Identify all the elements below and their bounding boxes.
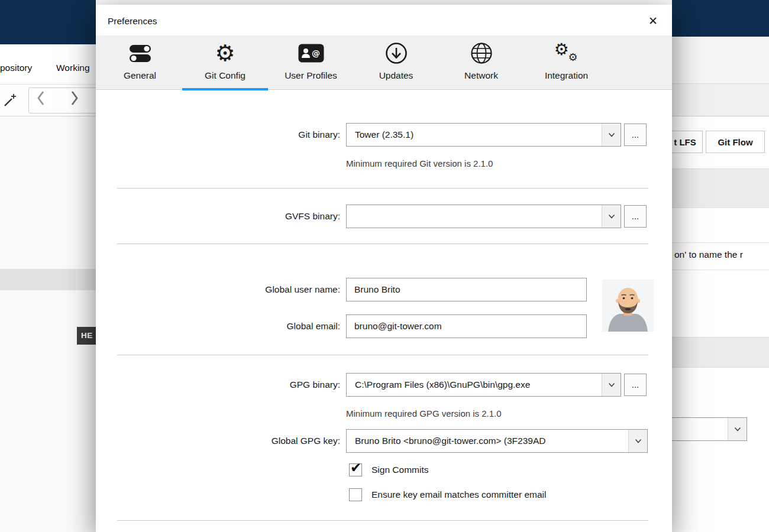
chevron-down-icon[interactable] <box>602 374 621 396</box>
svg-text:@: @ <box>312 48 320 58</box>
left-gray-row <box>0 269 96 290</box>
section-divider <box>117 520 648 521</box>
ensure-key-email-label: Ensure key email matches committer email <box>371 487 546 502</box>
global-gpg-key-combobox[interactable]: Bruno Brito <bruno@git-tower.com> (3F239… <box>346 429 648 453</box>
git-binary-label: Git binary: <box>151 123 340 147</box>
tab-label: General <box>97 70 183 82</box>
globe-icon <box>438 38 524 68</box>
right-strip-upper <box>672 37 769 84</box>
gear-icon: ⚙ <box>182 38 268 68</box>
tab-label: Network <box>438 70 524 82</box>
global-user-name-input[interactable] <box>346 278 587 301</box>
sign-commits-checkbox[interactable]: ✔ <box>349 463 362 476</box>
magic-wand-icon[interactable] <box>2 93 18 111</box>
gvfs-binary-combobox[interactable] <box>346 205 621 228</box>
global-email-input[interactable] <box>346 314 587 338</box>
tab-label: Git Config <box>182 70 268 82</box>
gears-icon: ⚙ ⚙ <box>524 38 609 68</box>
tab-general[interactable]: General <box>97 35 183 90</box>
forward-chevron-icon[interactable] <box>70 90 79 108</box>
section-divider <box>117 244 648 244</box>
window-titlebar-left <box>0 0 96 44</box>
preferences-dialog: Preferences ✕ General ⚙ Gi <box>96 5 672 532</box>
global-gpg-key-value: Bruno Brito <bruno@git-tower.com> (3F239… <box>355 430 625 452</box>
tab-updates[interactable]: Updates <box>353 35 439 90</box>
tab-integration[interactable]: ⚙ ⚙ Integration <box>524 35 609 90</box>
chevron-down-icon[interactable] <box>628 430 647 452</box>
tab-network[interactable]: Network <box>438 35 524 90</box>
download-circle-icon <box>353 38 439 68</box>
head-branch-badge[interactable]: HE <box>77 327 96 345</box>
contact-card-icon: @ <box>268 38 354 68</box>
sign-commits-label: Sign Commits <box>371 462 428 478</box>
close-icon[interactable]: ✕ <box>642 10 664 31</box>
right-row-divider-1 <box>672 242 769 243</box>
chevron-down-icon[interactable] <box>728 418 747 440</box>
toolbar-left <box>0 84 96 116</box>
menu-item-repository[interactable]: pository <box>0 59 32 77</box>
gvfs-binary-browse-button[interactable]: ... <box>624 205 647 228</box>
check-icon: ✔ <box>350 460 361 475</box>
partial-text: on' to name the r <box>674 249 743 260</box>
git-binary-browse-button[interactable]: ... <box>624 124 647 146</box>
git-binary-value: Tower (2.35.1) <box>355 124 598 146</box>
tab-label: Updates <box>353 70 439 82</box>
ensure-key-email-checkbox[interactable] <box>349 488 362 501</box>
tab-label: Integration <box>524 70 609 82</box>
git-flow-button[interactable]: Git Flow <box>706 131 765 153</box>
chevron-down-icon[interactable] <box>602 124 621 146</box>
dialog-title: Preferences <box>108 5 157 35</box>
menu-item-working-copy[interactable]: Working <box>56 59 90 77</box>
git-binary-combobox[interactable]: Tower (2.35.1) <box>346 123 621 147</box>
gpg-binary-value: C:\Program Files (x86)\GnuPG\bin\gpg.exe <box>355 374 598 396</box>
global-email-label: Global email: <box>151 314 340 338</box>
right-row-divider-2 <box>672 270 769 270</box>
right-gray-row-2 <box>672 337 769 368</box>
gpg-binary-browse-button[interactable]: ... <box>624 374 647 396</box>
left-content-area <box>0 116 96 532</box>
global-user-name-label: Global user name: <box>151 278 340 301</box>
preferences-tabstrip: General ⚙ Git Config @ Use <box>96 35 672 90</box>
tab-user-profiles[interactable]: @ User Profiles <box>268 35 354 90</box>
gpg-binary-combobox[interactable]: C:\Program Files (x86)\GnuPG\bin\gpg.exe <box>346 373 621 397</box>
gvfs-binary-label: GVFS binary: <box>151 205 340 228</box>
active-tab-indicator <box>182 88 268 90</box>
gpg-binary-hint: Minimum required GPG version is 2.1.0 <box>346 407 502 420</box>
git-binary-hint: Minimum required Git version is 2.1.0 <box>346 157 493 170</box>
chevron-down-icon[interactable] <box>602 205 621 228</box>
git-lfs-button[interactable]: t LFS <box>667 131 703 153</box>
global-gpg-key-label: Global GPG key: <box>151 429 340 453</box>
screen: pository Working HE t LFS Git Flow on' t… <box>0 0 769 532</box>
section-divider <box>117 355 648 355</box>
menubar-left: pository Working <box>0 44 96 84</box>
right-strip-toolbar <box>672 84 769 116</box>
tab-git-config[interactable]: ⚙ Git Config <box>182 35 268 90</box>
window-titlebar-right <box>672 0 769 37</box>
gpg-binary-label: GPG binary: <box>151 373 340 397</box>
back-chevron-icon[interactable] <box>36 90 46 108</box>
background-dropdown[interactable] <box>661 417 747 441</box>
section-divider <box>117 188 648 189</box>
right-gray-row-1 <box>672 168 769 208</box>
avatar <box>602 280 654 332</box>
toggles-icon <box>97 38 183 68</box>
tab-label: User Profiles <box>268 70 354 82</box>
